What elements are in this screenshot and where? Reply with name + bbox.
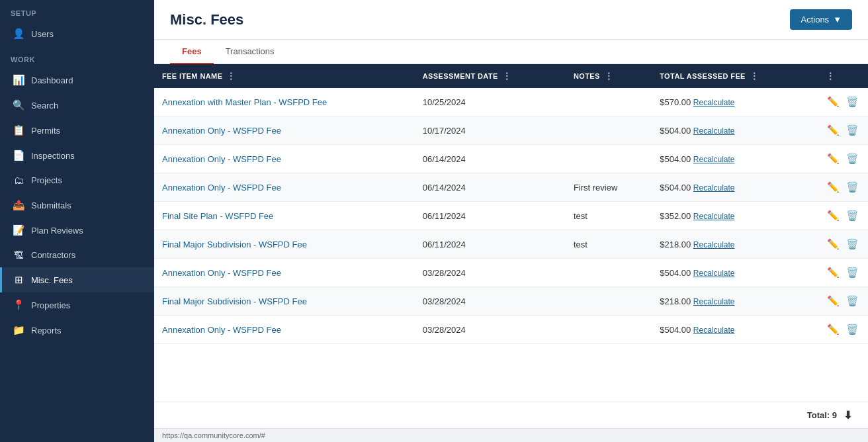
sidebar-item-label: Projects <box>31 175 62 185</box>
row-action-buttons: ✏️ 🗑️ <box>826 237 860 251</box>
sidebar-item-label: Permits <box>31 126 60 136</box>
assessment-date-cell: 10/25/2024 <box>415 88 566 116</box>
row-action-buttons: ✏️ 🗑️ <box>826 208 860 223</box>
table-row: Annexation Only - WSFPD Fee06/14/2024$50… <box>154 145 868 173</box>
row-action-buttons: ✏️ 🗑️ <box>826 265 860 280</box>
row-action-buttons: ✏️ 🗑️ <box>826 294 860 308</box>
assessment-date-cell: 06/14/2024 <box>415 173 566 202</box>
recalculate-link[interactable]: Recalculate <box>693 269 735 278</box>
fee-item-link[interactable]: Annexation Only - WSFPD Fee <box>162 183 281 193</box>
sidebar-item-misc-fees[interactable]: ⊞ Misc. Fees <box>0 267 154 292</box>
fee-item-name-cell: Annexation Only - WSFPD Fee <box>154 259 415 287</box>
fee-item-link[interactable]: Final Site Plan - WSFPD Fee <box>162 211 273 221</box>
fee-item-name-cell: Annexation Only - WSFPD Fee <box>154 145 415 173</box>
fee-amount: $218.00 <box>660 296 691 306</box>
edit-button[interactable]: ✏️ <box>826 322 841 337</box>
col-notes: NOTES ⋮ <box>566 64 652 88</box>
edit-button[interactable]: ✏️ <box>826 123 841 138</box>
edit-button[interactable]: ✏️ <box>826 265 841 280</box>
fee-item-link[interactable]: Annexation Only - WSFPD Fee <box>162 126 281 136</box>
edit-button[interactable]: ✏️ <box>826 180 841 195</box>
fee-amount: $504.00 <box>660 268 691 278</box>
edit-button[interactable]: ✏️ <box>826 152 841 166</box>
edit-button[interactable]: ✏️ <box>826 237 841 251</box>
fee-item-link[interactable]: Final Major Subdivision - WSFPD Fee <box>162 296 307 306</box>
col-menu-icon-fee-name[interactable]: ⋮ <box>226 71 236 81</box>
sidebar-item-users[interactable]: 👤 Users <box>0 21 154 46</box>
recalculate-link[interactable]: Recalculate <box>693 212 735 221</box>
row-actions-cell: ✏️ 🗑️ <box>818 88 868 116</box>
actions-label: Actions <box>801 15 829 24</box>
fee-amount: $570.00 <box>660 97 691 107</box>
dashboard-icon: 📊 <box>13 74 24 86</box>
download-icon[interactable]: ⬇ <box>844 409 852 421</box>
sidebar-item-contractors[interactable]: 🏗 Contractors <box>0 243 154 267</box>
total-fee-cell: $570.00 Recalculate <box>652 88 818 116</box>
table-row: Annexation Only - WSFPD Fee10/17/2024$50… <box>154 116 868 145</box>
fee-item-link[interactable]: Annexation Only - WSFPD Fee <box>162 268 281 278</box>
col-menu-icon-notes[interactable]: ⋮ <box>604 71 613 81</box>
edit-button[interactable]: ✏️ <box>826 294 841 308</box>
recalculate-link[interactable]: Recalculate <box>693 126 735 136</box>
assessment-date-cell: 03/28/2024 <box>415 316 566 344</box>
tab-transactions[interactable]: Transactions <box>214 40 286 64</box>
delete-button[interactable]: 🗑️ <box>845 123 860 138</box>
assessment-date-cell: 03/28/2024 <box>415 259 566 287</box>
sidebar-item-properties[interactable]: 📍 Properties <box>0 292 154 318</box>
sidebar-item-label: Contractors <box>31 250 75 260</box>
col-fee-item-name: FEE ITEM NAME ⋮ <box>154 64 415 88</box>
delete-button[interactable]: 🗑️ <box>845 152 860 166</box>
table-row: Annexation Only - WSFPD Fee03/28/2024$50… <box>154 316 868 344</box>
fee-amount: $504.00 <box>660 183 691 193</box>
sidebar-item-label: Search <box>31 101 58 111</box>
sidebar-item-dashboard[interactable]: 📊 Dashboard <box>0 67 154 93</box>
edit-button[interactable]: ✏️ <box>826 208 841 223</box>
fees-table: FEE ITEM NAME ⋮ ASSESSMENT DATE ⋮ NOTES <box>154 64 868 344</box>
sidebar-item-permits[interactable]: 📋 Permits <box>0 118 154 143</box>
total-fee-cell: $504.00 Recalculate <box>652 145 818 173</box>
delete-button[interactable]: 🗑️ <box>845 322 860 337</box>
sidebar-item-inspections[interactable]: 📄 Inspections <box>0 143 154 168</box>
col-menu-icon-fee[interactable]: ⋮ <box>750 71 759 81</box>
fee-item-link[interactable]: Final Major Subdivision - WSFPD Fee <box>162 240 307 249</box>
sidebar-item-search[interactable]: 🔍 Search <box>0 93 154 118</box>
sidebar-item-label: Submittals <box>31 200 71 210</box>
recalculate-link[interactable]: Recalculate <box>693 326 735 335</box>
sidebar-item-projects[interactable]: 🗂 Projects <box>0 168 154 193</box>
reports-icon: 📁 <box>13 324 24 336</box>
col-menu-icon-date[interactable]: ⋮ <box>502 71 511 81</box>
recalculate-link[interactable]: Recalculate <box>693 240 735 249</box>
status-bar: https://qa.communitycore.com/# <box>154 428 868 442</box>
delete-button[interactable]: 🗑️ <box>845 95 860 109</box>
fee-item-link[interactable]: Annexation Only - WSFPD Fee <box>162 154 281 164</box>
notes-cell <box>566 145 652 173</box>
recalculate-link[interactable]: Recalculate <box>693 183 735 193</box>
fee-item-link[interactable]: Annexation with Master Plan - WSFPD Fee <box>162 97 327 107</box>
total-fee-cell: $218.00 Recalculate <box>652 287 818 316</box>
table-row: Final Major Subdivision - WSFPD Fee06/11… <box>154 230 868 259</box>
col-menu-icon-actions[interactable]: ⋮ <box>826 71 835 81</box>
delete-button[interactable]: 🗑️ <box>845 208 860 223</box>
actions-button[interactable]: Actions ▼ <box>790 9 852 30</box>
recalculate-link[interactable]: Recalculate <box>693 98 735 107</box>
delete-button[interactable]: 🗑️ <box>845 265 860 280</box>
notes-cell <box>566 116 652 145</box>
delete-button[interactable]: 🗑️ <box>845 237 860 251</box>
sidebar-item-label: Plan Reviews <box>31 226 83 236</box>
assessment-date-cell: 06/11/2024 <box>415 202 566 230</box>
sidebar-item-label: Misc. Fees <box>31 275 73 285</box>
sidebar-item-submittals[interactable]: 📤 Submittals <box>0 193 154 218</box>
delete-button[interactable]: 🗑️ <box>845 180 860 195</box>
fee-amount: $504.00 <box>660 325 691 335</box>
tab-fees[interactable]: Fees <box>170 40 214 64</box>
delete-button[interactable]: 🗑️ <box>845 294 860 308</box>
fee-item-link[interactable]: Annexation Only - WSFPD Fee <box>162 325 281 335</box>
row-actions-cell: ✏️ 🗑️ <box>818 202 868 230</box>
recalculate-link[interactable]: Recalculate <box>693 155 735 164</box>
recalculate-link[interactable]: Recalculate <box>693 297 735 306</box>
edit-button[interactable]: ✏️ <box>826 95 841 109</box>
sidebar-item-plan-reviews[interactable]: 📝 Plan Reviews <box>0 218 154 243</box>
sidebar-item-reports[interactable]: 📁 Reports <box>0 318 154 343</box>
fee-item-name-cell: Annexation Only - WSFPD Fee <box>154 173 415 202</box>
user-icon: 👤 <box>13 28 24 40</box>
